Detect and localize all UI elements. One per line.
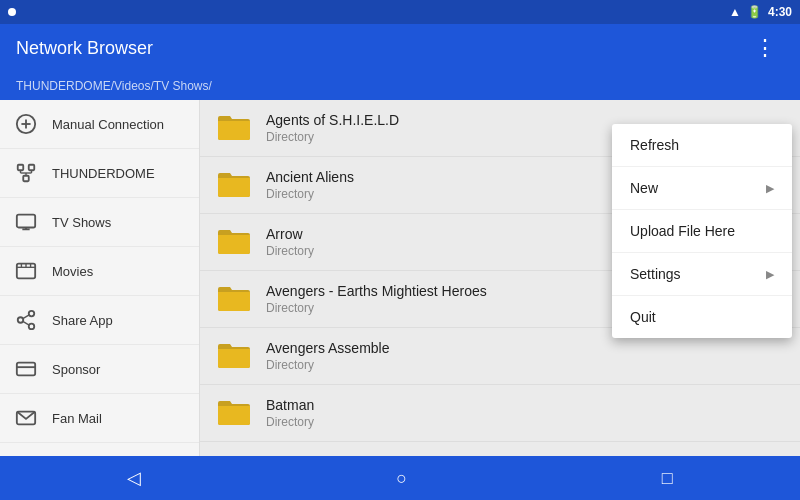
menu-button[interactable]: ⋮ xyxy=(746,31,784,65)
svg-point-20 xyxy=(18,317,24,323)
app-title: Network Browser xyxy=(16,38,746,59)
dropdown-item-upload-file-here[interactable]: Upload File Here xyxy=(612,210,792,253)
sidebar-item-label: Fan Mail xyxy=(52,411,102,426)
svg-rect-3 xyxy=(18,165,24,171)
list-item-type: Directory xyxy=(266,358,389,372)
list-item-type: Directory xyxy=(266,187,354,201)
list-item-name: Agents of S.H.I.E.L.D xyxy=(266,112,399,128)
sidebar-item-tv-shows[interactable]: TV Shows xyxy=(0,198,199,247)
add-circle-icon xyxy=(12,110,40,138)
list-item-text: Arrow Directory xyxy=(266,226,314,258)
list-item-name: Batman xyxy=(266,397,314,413)
sidebar-item-label: THUNDERDOME xyxy=(52,166,155,181)
svg-line-22 xyxy=(23,321,29,325)
svg-rect-24 xyxy=(17,363,35,376)
svg-rect-5 xyxy=(23,176,29,182)
dropdown-item-refresh[interactable]: Refresh xyxy=(612,124,792,167)
folder-icon xyxy=(216,338,252,374)
breadcrumb: THUNDERDOME/Videos/TV Shows/ xyxy=(16,79,212,93)
dropdown-item-quit[interactable]: Quit xyxy=(612,296,792,338)
list-item-name: Arrow xyxy=(266,226,314,242)
folder-icon xyxy=(216,110,252,146)
list-item-name: Ancient Aliens xyxy=(266,169,354,185)
dropdown-item-label: Settings xyxy=(630,266,681,282)
svg-line-23 xyxy=(23,315,29,319)
sidebar-item-label: TV Shows xyxy=(52,215,111,230)
svg-point-21 xyxy=(29,324,35,330)
bottom-nav: ◁ ○ □ xyxy=(0,456,800,500)
svg-rect-4 xyxy=(29,165,35,171)
breadcrumb-bar: THUNDERDOME/Videos/TV Shows/ xyxy=(0,72,800,100)
sidebar-item-share-app[interactable]: Share App xyxy=(0,296,199,345)
list-item-type: Directory xyxy=(266,244,314,258)
list-item-type: Directory xyxy=(266,301,487,315)
list-item-text: Ancient Aliens Directory xyxy=(266,169,354,201)
sidebar: Manual Connection THUNDERDOME TV Shows M… xyxy=(0,100,200,456)
dropdown-item-label: Quit xyxy=(630,309,656,325)
folder-icon xyxy=(216,167,252,203)
sidebar-item-sponsor[interactable]: Sponsor xyxy=(0,345,199,394)
list-item-name: Avengers - Earths Mightiest Heroes xyxy=(266,283,487,299)
list-item-text: Avengers Assemble Directory xyxy=(266,340,389,372)
sidebar-item-movies[interactable]: Movies xyxy=(0,247,199,296)
share-icon xyxy=(12,306,40,334)
sidebar-item-thunderdome[interactable]: THUNDERDOME xyxy=(0,149,199,198)
app-bar: Network Browser ⋮ xyxy=(0,24,800,72)
list-item-text: Agents of S.H.I.E.L.D Directory xyxy=(266,112,399,144)
home-button[interactable]: ○ xyxy=(376,460,427,497)
content-area: Agents of S.H.I.E.L.D Directory Ancient … xyxy=(200,100,800,456)
chevron-right-icon: ▶ xyxy=(766,268,774,281)
list-item-text: Batman Directory xyxy=(266,397,314,429)
sidebar-item-label: Sponsor xyxy=(52,362,100,377)
svg-point-19 xyxy=(29,311,35,317)
sidebar-item-manual-connection[interactable]: Manual Connection xyxy=(0,100,199,149)
sidebar-item-fan-mail[interactable]: Fan Mail xyxy=(0,394,199,443)
mail-icon xyxy=(12,404,40,432)
sidebar-item-label: Share App xyxy=(52,313,113,328)
dropdown-item-label: Upload File Here xyxy=(630,223,735,239)
sidebar-item-label: Manual Connection xyxy=(52,117,164,132)
folder-icon xyxy=(216,281,252,317)
main-layout: Manual Connection THUNDERDOME TV Shows M… xyxy=(0,100,800,456)
folder-icon xyxy=(216,224,252,260)
list-item-name: Avengers Assemble xyxy=(266,340,389,356)
notification-dot xyxy=(8,8,16,16)
dropdown-menu: Refresh New ▶ Upload File Here Settings … xyxy=(612,124,792,338)
status-bar: ▲ 🔋 4:30 xyxy=(0,0,800,24)
battery-icon: 🔋 xyxy=(747,5,762,19)
movie-icon xyxy=(12,257,40,285)
dropdown-item-label: New xyxy=(630,180,658,196)
dropdown-item-label: Refresh xyxy=(630,137,679,153)
chevron-right-icon: ▶ xyxy=(766,182,774,195)
cart-icon xyxy=(12,453,40,456)
list-item-type: Directory xyxy=(266,415,314,429)
status-bar-right: ▲ 🔋 4:30 xyxy=(729,5,792,19)
list-item[interactable]: Batman Directory xyxy=(200,385,800,442)
list-item-type: Directory xyxy=(266,130,399,144)
svg-rect-11 xyxy=(17,215,35,228)
dropdown-item-new[interactable]: New ▶ xyxy=(612,167,792,210)
wifi-icon: ▲ xyxy=(729,5,741,19)
dropdown-item-settings[interactable]: Settings ▶ xyxy=(612,253,792,296)
sidebar-item-remove-advertising[interactable]: Remove Advertising xyxy=(0,443,199,456)
clock: 4:30 xyxy=(768,5,792,19)
network-icon xyxy=(12,159,40,187)
back-button[interactable]: ◁ xyxy=(107,459,161,497)
list-item-text: Avengers - Earths Mightiest Heroes Direc… xyxy=(266,283,487,315)
recent-button[interactable]: □ xyxy=(642,460,693,497)
folder-icon xyxy=(216,395,252,431)
sidebar-item-label: Movies xyxy=(52,264,93,279)
tv-icon xyxy=(12,208,40,236)
sponsor-icon xyxy=(12,355,40,383)
status-bar-left xyxy=(8,8,16,16)
